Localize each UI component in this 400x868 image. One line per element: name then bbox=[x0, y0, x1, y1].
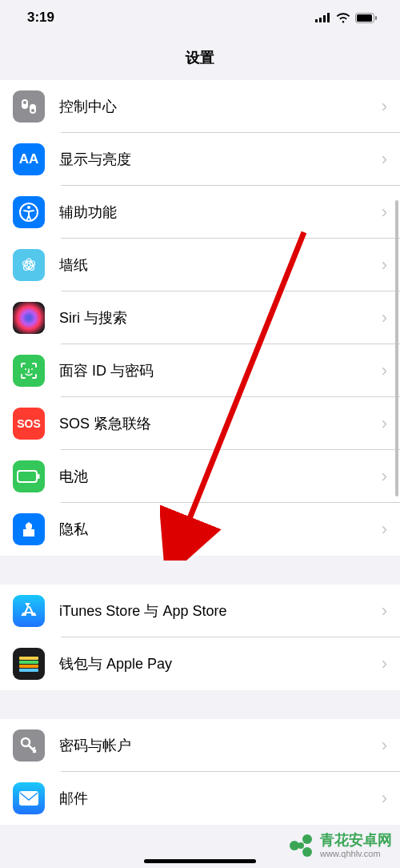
row-label: 隐私 bbox=[59, 520, 382, 539]
chevron-right-icon: › bbox=[382, 413, 387, 434]
row-control-center[interactable]: 控制中心 › bbox=[0, 80, 400, 133]
siri-icon bbox=[13, 302, 45, 334]
battery-icon bbox=[355, 13, 378, 23]
row-itunes[interactable]: iTunes Store 与 App Store › bbox=[0, 585, 400, 637]
row-label: 面容 ID 与密码 bbox=[59, 361, 382, 380]
row-label: Siri 与搜索 bbox=[59, 308, 382, 328]
scrollbar[interactable] bbox=[395, 200, 398, 496]
svg-rect-28 bbox=[19, 791, 38, 806]
chevron-right-icon: › bbox=[382, 601, 387, 621]
wifi-icon bbox=[336, 13, 350, 23]
row-label: 显示与亮度 bbox=[59, 150, 382, 169]
chevron-right-icon: › bbox=[382, 360, 387, 381]
row-mail[interactable]: 邮件 › bbox=[0, 772, 400, 825]
chevron-right-icon: › bbox=[382, 653, 387, 674]
home-indicator bbox=[144, 859, 256, 863]
row-label: 邮件 bbox=[59, 789, 382, 808]
svg-point-10 bbox=[31, 109, 34, 112]
svg-rect-24 bbox=[19, 661, 38, 664]
row-battery[interactable]: 电池 › bbox=[0, 450, 400, 503]
wallpaper-icon bbox=[13, 249, 45, 281]
svg-rect-0 bbox=[315, 19, 318, 22]
privacy-icon bbox=[13, 513, 45, 545]
nav-title: 设置 bbox=[186, 48, 214, 67]
chevron-right-icon: › bbox=[382, 202, 387, 223]
svg-point-12 bbox=[27, 206, 30, 209]
svg-rect-5 bbox=[357, 14, 372, 22]
display-icon: AA bbox=[13, 143, 45, 175]
row-label: 控制中心 bbox=[59, 97, 382, 116]
row-label: 墙纸 bbox=[59, 255, 382, 275]
svg-rect-21 bbox=[18, 471, 37, 482]
row-accessibility[interactable]: 辅助功能 › bbox=[0, 186, 400, 239]
accessibility-icon bbox=[13, 196, 45, 228]
chevron-right-icon: › bbox=[382, 96, 387, 117]
row-siri[interactable]: Siri 与搜索 › bbox=[0, 291, 400, 344]
svg-point-33 bbox=[298, 842, 304, 849]
svg-point-31 bbox=[302, 834, 312, 844]
row-label: 电池 bbox=[59, 467, 382, 486]
svg-point-20 bbox=[31, 368, 33, 370]
row-passwords[interactable]: 密码与帐户 › bbox=[0, 719, 400, 772]
cellular-icon bbox=[315, 13, 331, 22]
chevron-right-icon: › bbox=[382, 149, 387, 170]
row-wallpaper[interactable]: 墙纸 › bbox=[0, 239, 400, 291]
svg-rect-2 bbox=[323, 15, 326, 22]
svg-rect-6 bbox=[375, 16, 377, 20]
status-bar: 3:19 bbox=[0, 0, 400, 35]
status-time: 3:19 bbox=[27, 10, 54, 26]
watermark-url: www.qhhlv.com bbox=[320, 849, 392, 858]
row-label: 辅助功能 bbox=[59, 203, 382, 222]
row-label: 钱包与 Apple Pay bbox=[59, 654, 382, 673]
settings-section-0: 控制中心 › AA 显示与亮度 › 辅助功能 › 墙纸 › Siri 与搜索 ›… bbox=[0, 80, 400, 556]
battery-icon bbox=[13, 460, 45, 492]
control-center-icon bbox=[13, 90, 45, 123]
watermark-title: 青花安卓网 bbox=[320, 833, 392, 849]
svg-point-8 bbox=[23, 101, 26, 104]
chevron-right-icon: › bbox=[382, 466, 387, 487]
key-icon bbox=[13, 729, 45, 762]
svg-rect-25 bbox=[19, 665, 38, 668]
faceid-icon bbox=[13, 355, 45, 387]
wallet-icon bbox=[13, 648, 45, 680]
chevron-right-icon: › bbox=[382, 735, 387, 756]
chevron-right-icon: › bbox=[382, 255, 387, 275]
settings-section-2: 密码与帐户 › 邮件 › bbox=[0, 719, 400, 825]
chevron-right-icon: › bbox=[382, 788, 387, 809]
status-indicators bbox=[315, 13, 378, 23]
row-display[interactable]: AA 显示与亮度 › bbox=[0, 133, 400, 186]
nav-bar: 设置 bbox=[0, 35, 400, 80]
row-privacy[interactable]: 隐私 › bbox=[0, 503, 400, 556]
row-wallet[interactable]: 钱包与 Apple Pay › bbox=[0, 637, 400, 690]
svg-rect-1 bbox=[319, 18, 322, 22]
mail-icon bbox=[13, 782, 45, 814]
appstore-icon bbox=[13, 595, 45, 627]
chevron-right-icon: › bbox=[382, 307, 387, 328]
svg-point-19 bbox=[25, 368, 26, 370]
chevron-right-icon: › bbox=[382, 519, 387, 540]
sos-icon: SOS bbox=[13, 408, 45, 440]
svg-rect-26 bbox=[19, 669, 38, 672]
watermark-logo-icon bbox=[286, 831, 315, 860]
row-faceid[interactable]: 面容 ID 与密码 › bbox=[0, 344, 400, 397]
row-label: SOS 紧急联络 bbox=[59, 414, 382, 433]
settings-section-1: iTunes Store 与 App Store › 钱包与 Apple Pay… bbox=[0, 585, 400, 690]
watermark: 青花安卓网 www.qhhlv.com bbox=[286, 831, 392, 860]
svg-rect-23 bbox=[19, 657, 38, 660]
svg-point-32 bbox=[302, 847, 312, 857]
svg-rect-3 bbox=[327, 13, 330, 22]
row-label: iTunes Store 与 App Store bbox=[59, 601, 382, 621]
row-sos[interactable]: SOS SOS 紧急联络 › bbox=[0, 397, 400, 450]
row-label: 密码与帐户 bbox=[59, 736, 382, 755]
svg-rect-22 bbox=[38, 474, 40, 479]
